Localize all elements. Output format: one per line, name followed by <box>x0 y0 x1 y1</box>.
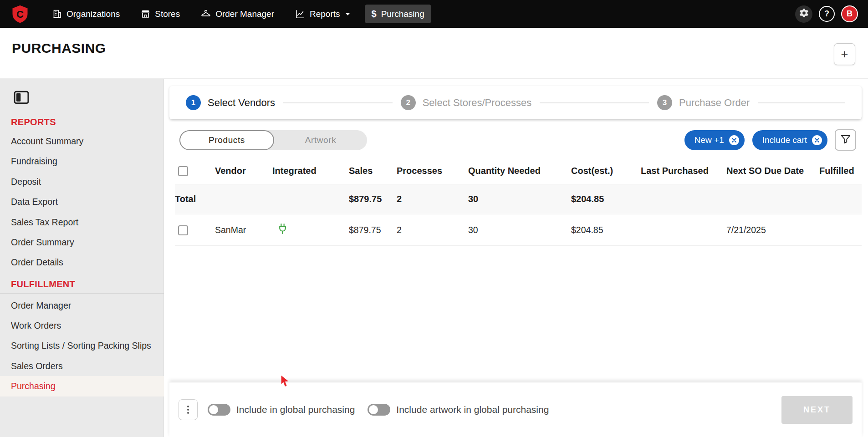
kebab-menu-icon <box>187 409 189 411</box>
dollar-icon: $ <box>372 9 377 19</box>
main-content: 1 Select Vendors 2 Select Stores/Process… <box>164 79 868 437</box>
main-nav: Organizations Stores Order Manager <box>46 5 431 23</box>
nav-order-manager[interactable]: Order Manager <box>194 5 281 23</box>
artwork-global-purchasing-toggle-group: Include artwork in global purchasing <box>368 404 549 416</box>
add-button[interactable]: + <box>834 43 855 65</box>
remove-chip-icon[interactable] <box>812 135 822 145</box>
stepper: 1 Select Vendors 2 Select Stores/Process… <box>169 86 862 119</box>
help-button[interactable]: ? <box>819 6 835 22</box>
storefront-icon <box>141 9 150 19</box>
stepper-connector <box>758 102 845 103</box>
total-quantity-needed: 30 <box>468 194 571 204</box>
step-2-label: Select Stores/Processes <box>423 97 532 109</box>
filter-chip-new-label: New +1 <box>694 135 724 145</box>
topnav-actions: ? B <box>795 5 858 23</box>
sidebar-item-data-export[interactable]: Data Export <box>0 192 164 212</box>
sidebar-section-reports: REPORTS <box>11 117 164 127</box>
total-processes: 2 <box>397 194 468 204</box>
next-button[interactable]: NEXT <box>781 396 853 424</box>
sidebar-item-sales-tax-report[interactable]: Sales Tax Report <box>0 212 164 232</box>
page-header: PURCHASING + <box>0 28 868 79</box>
settings-button[interactable] <box>795 5 812 23</box>
nav-reports-label: Reports <box>310 9 340 19</box>
logo-shield-icon: C <box>10 4 30 24</box>
include-artwork-global-purchasing-toggle[interactable] <box>368 404 390 416</box>
sidebar-collapse-button[interactable] <box>14 91 29 104</box>
hanger-icon <box>201 9 211 19</box>
nav-reports[interactable]: Reports <box>288 5 357 23</box>
avatar-initial: B <box>847 9 853 19</box>
nav-purchasing-label: Purchasing <box>381 9 424 19</box>
nav-order-manager-label: Order Manager <box>215 9 274 19</box>
sidebar-divider <box>0 293 164 294</box>
cell-next-so-due-date: 7/21/2025 <box>726 225 819 235</box>
tab-artwork[interactable]: Artwork <box>274 130 367 150</box>
sidebar-item-account-summary[interactable]: Account Summary <box>0 131 164 151</box>
sidebar-item-order-summary[interactable]: Order Summary <box>0 232 164 252</box>
building-icon <box>52 9 62 19</box>
sidebar-item-order-details[interactable]: Order Details <box>0 252 164 272</box>
filter-chip-include-cart[interactable]: Include cart <box>752 130 827 150</box>
total-sales: $879.75 <box>349 194 397 204</box>
col-quantity-needed: Quantity Needed <box>468 166 571 176</box>
vendors-table: Vendor Integrated Sales Processes Quanti… <box>175 158 862 246</box>
step-2-number: 2 <box>401 95 416 110</box>
user-avatar[interactable]: B <box>841 5 858 22</box>
global-purchasing-toggle-group: Include in global purchasing <box>208 404 355 416</box>
step-purchase-order[interactable]: 3 Purchase Order <box>657 95 750 110</box>
sidebar-item-sorting-lists[interactable]: Sorting Lists / Sorting Packing Slips <box>0 335 164 356</box>
sidebar-item-deposit[interactable]: Deposit <box>0 172 164 192</box>
col-next-so-due-date: Next SO Due Date <box>726 166 819 176</box>
table-total-row: Total $879.75 2 30 $204.85 <box>175 184 862 214</box>
nav-stores-label: Stores <box>155 9 180 19</box>
cell-cost: $204.85 <box>571 225 641 235</box>
cell-vendor: SanMar <box>215 225 272 235</box>
tab-products[interactable]: Products <box>179 130 274 150</box>
remove-chip-icon[interactable] <box>729 135 739 145</box>
toolbar: Products Artwork New +1 Include cart <box>169 129 862 151</box>
sidebar-item-work-orders[interactable]: Work Orders <box>0 315 164 335</box>
row-checkbox[interactable] <box>178 225 188 235</box>
footer-action-bar: Include in global purchasing Include art… <box>169 382 862 437</box>
nav-stores[interactable]: Stores <box>134 5 187 23</box>
panel-collapse-icon <box>14 91 29 104</box>
sidebar-item-purchasing[interactable]: Purchasing <box>0 376 164 396</box>
col-processes: Processes <box>397 166 468 176</box>
sidebar-item-sales-orders[interactable]: Sales Orders <box>0 356 164 376</box>
sidebar-section-fulfillment: FULFILLMENT <box>11 279 164 290</box>
nav-purchasing[interactable]: $ Purchasing <box>365 5 431 23</box>
cell-processes: 2 <box>397 225 468 235</box>
step-select-vendors[interactable]: 1 Select Vendors <box>186 95 275 110</box>
gear-icon <box>799 8 809 20</box>
step-3-label: Purchase Order <box>679 97 750 109</box>
table-row-sanmar: SanMar $879.75 2 30 $204.85 7/21/2025 <box>175 214 862 246</box>
cell-sales: $879.75 <box>349 225 397 235</box>
select-all-checkbox[interactable] <box>178 166 188 176</box>
more-options-button[interactable] <box>179 399 198 420</box>
view-tab-group: Products Artwork <box>179 130 367 150</box>
filter-chip-new[interactable]: New +1 <box>684 130 745 150</box>
table-header-row: Vendor Integrated Sales Processes Quanti… <box>175 158 862 184</box>
integrated-plug-icon <box>277 223 288 234</box>
step-1-number: 1 <box>186 95 201 110</box>
stepper-connector <box>283 102 393 103</box>
stepper-connector <box>540 102 649 103</box>
step-3-number: 3 <box>657 95 672 110</box>
sidebar-item-fundraising[interactable]: Fundraising <box>0 151 164 171</box>
col-fulfilled: Fulfilled <box>819 166 862 176</box>
help-icon: ? <box>824 9 829 19</box>
nav-organizations[interactable]: Organizations <box>46 5 127 23</box>
chevron-down-icon <box>345 12 351 16</box>
step-select-stores-processes[interactable]: 2 Select Stores/Processes <box>401 95 532 110</box>
col-cost-est: Cost(est.) <box>571 166 641 176</box>
filter-chip-include-cart-label: Include cart <box>762 135 807 145</box>
cell-quantity-needed: 30 <box>468 225 571 235</box>
top-nav: C Organizations Stores <box>0 0 868 28</box>
app-logo[interactable]: C <box>10 4 30 24</box>
col-last-purchased: Last Purchased <box>641 166 726 176</box>
sidebar-item-order-manager[interactable]: Order Manager <box>0 295 164 315</box>
page-title: PURCHASING <box>12 41 856 56</box>
filter-button[interactable] <box>835 129 856 151</box>
include-global-purchasing-toggle[interactable] <box>208 404 230 416</box>
sidebar: REPORTS Account Summary Fundraising Depo… <box>0 79 164 437</box>
